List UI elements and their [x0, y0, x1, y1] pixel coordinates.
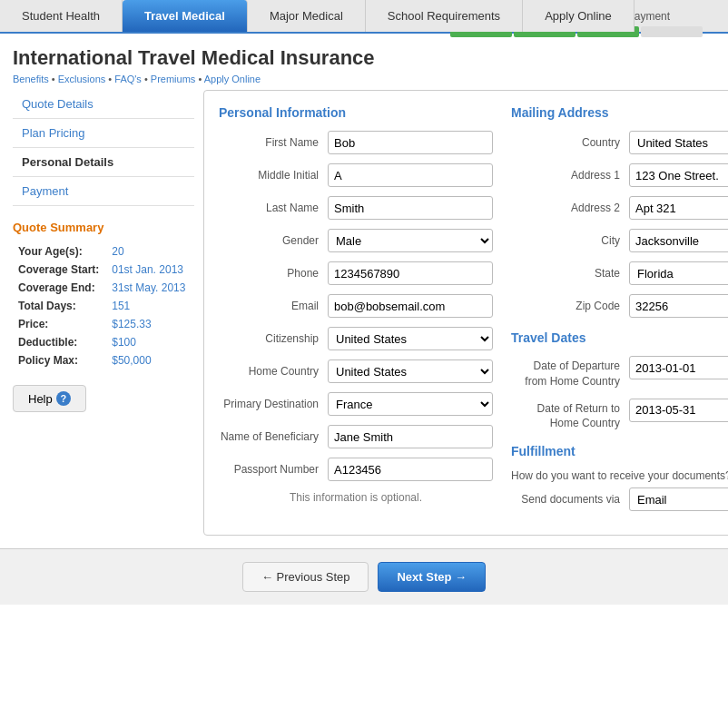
sidebar-item-quote-details[interactable]: Quote Details [13, 90, 194, 119]
country-select[interactable]: United States [629, 131, 728, 154]
beneficiary-row: Name of Beneficiary [219, 425, 493, 448]
address2-label: Address 2 [511, 202, 629, 214]
top-navigation: Student Health Travel Medical Major Medi… [0, 0, 728, 34]
last-name-input[interactable] [328, 196, 493, 220]
help-button[interactable]: Help ? [13, 385, 86, 412]
email-row: Email [219, 294, 493, 318]
deductible-value: $100 [108, 334, 192, 350]
total-days-value: 151 [108, 298, 192, 314]
home-country-label: Home Country [219, 365, 328, 378]
email-label: Email [219, 300, 328, 312]
primary-destination-select[interactable]: France [328, 392, 493, 416]
city-input[interactable] [629, 229, 728, 252]
gender-select[interactable]: Male Female [328, 229, 493, 252]
phone-input[interactable] [328, 261, 493, 285]
middle-initial-row: Middle Initial [219, 163, 493, 187]
travel-dates-title: Travel Dates [511, 330, 728, 345]
home-country-select[interactable]: United States [328, 359, 493, 383]
coverage-start-label: Coverage Start: [15, 261, 106, 278]
return-input[interactable] [629, 399, 728, 422]
breadcrumb-faqs[interactable]: FAQ's [114, 74, 142, 84]
last-name-label: Last Name [219, 202, 328, 214]
send-via-select[interactable]: Email Mail [629, 487, 728, 511]
sidebar-item-personal-details[interactable]: Personal Details [13, 148, 194, 177]
personal-info-col: Personal Information First Name Middle I… [219, 105, 493, 520]
city-label: City [511, 234, 629, 247]
state-row: State Florida [511, 261, 728, 285]
coverage-start-value: 01st Jan. 2013 [108, 261, 192, 278]
first-name-input[interactable] [328, 131, 493, 154]
sidebar-item-plan-pricing[interactable]: Plan Pricing [13, 119, 194, 148]
zip-input[interactable] [629, 294, 728, 318]
last-name-row: Last Name [219, 196, 493, 220]
citizenship-select[interactable]: United States [328, 327, 493, 350]
address2-row: Address 2 [511, 196, 728, 220]
state-label: State [511, 267, 629, 280]
return-label: Date of Return to Home Country [511, 399, 629, 432]
price-value: $125.33 [108, 316, 192, 332]
breadcrumb: Benefits • Exclusions • FAQ's • Premiums… [13, 74, 715, 84]
first-name-row: First Name [219, 131, 493, 154]
step-seg-4 [641, 26, 703, 37]
age-label: Your Age(s): [15, 243, 106, 260]
breadcrumb-benefits[interactable]: Benefits [13, 74, 49, 84]
policy-max-label: Policy Max: [15, 352, 106, 369]
address1-label: Address 1 [511, 169, 629, 182]
zip-label: Zip Code [511, 300, 629, 312]
departure-input[interactable] [629, 356, 728, 379]
address1-row: Address 1 [511, 163, 728, 187]
middle-initial-input[interactable] [328, 163, 493, 187]
next-step-button[interactable]: Next Step → [378, 562, 486, 592]
email-input[interactable] [328, 294, 493, 318]
state-select[interactable]: Florida [629, 261, 728, 285]
nav-school-requirements[interactable]: School Requirements [366, 0, 523, 32]
summary-row-coverage-end: Coverage End: 31st May. 2013 [15, 280, 192, 296]
address1-input[interactable] [629, 163, 728, 187]
breadcrumb-apply[interactable]: Apply Online [204, 74, 261, 84]
summary-row-price: Price: $125.33 [15, 316, 192, 332]
total-days-label: Total Days: [15, 298, 106, 314]
previous-step-button[interactable]: ← Previous Step [242, 562, 369, 592]
deductible-label: Deductible: [15, 334, 106, 350]
nav-student-health[interactable]: Student Health [0, 0, 123, 32]
beneficiary-label: Name of Beneficiary [219, 430, 328, 443]
summary-row-total-days: Total Days: 151 [15, 298, 192, 314]
gender-row: Gender Male Female [219, 229, 493, 252]
summary-row-age: Your Age(s): 20 [15, 243, 192, 260]
quote-summary: Quote Summary Your Age(s): 20 Coverage S… [13, 221, 194, 370]
passport-input[interactable] [328, 458, 493, 481]
policy-max-value: $50,000 [108, 352, 192, 369]
form-columns: Personal Information First Name Middle I… [219, 105, 728, 520]
right-col: Mailing Address Country United States Ad… [511, 105, 728, 520]
primary-destination-label: Primary Destination [219, 398, 328, 410]
middle-initial-label: Middle Initial [219, 169, 328, 182]
country-row: Country United States [511, 131, 728, 154]
breadcrumb-premiums[interactable]: Premiums [151, 74, 196, 84]
passport-label: Passport Number [219, 463, 328, 476]
page-header: 1) Quote 2) Pricing 3) Details 4) Paymen… [0, 34, 728, 90]
departure-label: Date of Departure from Home Country [511, 356, 629, 389]
sidebar: Quote Details Plan Pricing Personal Deta… [13, 90, 203, 536]
mailing-address-title: Mailing Address [511, 105, 728, 120]
gender-label: Gender [219, 234, 328, 247]
country-label: Country [511, 136, 629, 149]
optional-note: This information is optional. [219, 490, 493, 506]
nav-travel-medical[interactable]: Travel Medical [123, 0, 248, 32]
city-row: City [511, 229, 728, 252]
nav-apply-online[interactable]: Apply Online [523, 0, 635, 32]
beneficiary-input[interactable] [328, 425, 493, 448]
address2-input[interactable] [629, 196, 728, 220]
breadcrumb-exclusions[interactable]: Exclusions [58, 74, 106, 84]
phone-row: Phone [219, 261, 493, 285]
help-icon: ? [56, 391, 71, 406]
citizenship-row: Citizenship United States [219, 327, 493, 350]
price-label: Price: [15, 316, 106, 332]
sidebar-item-payment[interactable]: Payment [13, 177, 194, 206]
send-via-row: Send documents via Email Mail [511, 487, 728, 511]
age-value: 20 [108, 243, 192, 260]
nav-major-medical[interactable]: Major Medical [248, 0, 366, 32]
fulfillment-title: Fulfillment [511, 444, 728, 458]
help-label: Help [28, 392, 53, 406]
travel-dates-section: Travel Dates Date of Departure from Home… [511, 330, 728, 431]
fulfillment-question: How do you want to receive your document… [511, 469, 728, 482]
